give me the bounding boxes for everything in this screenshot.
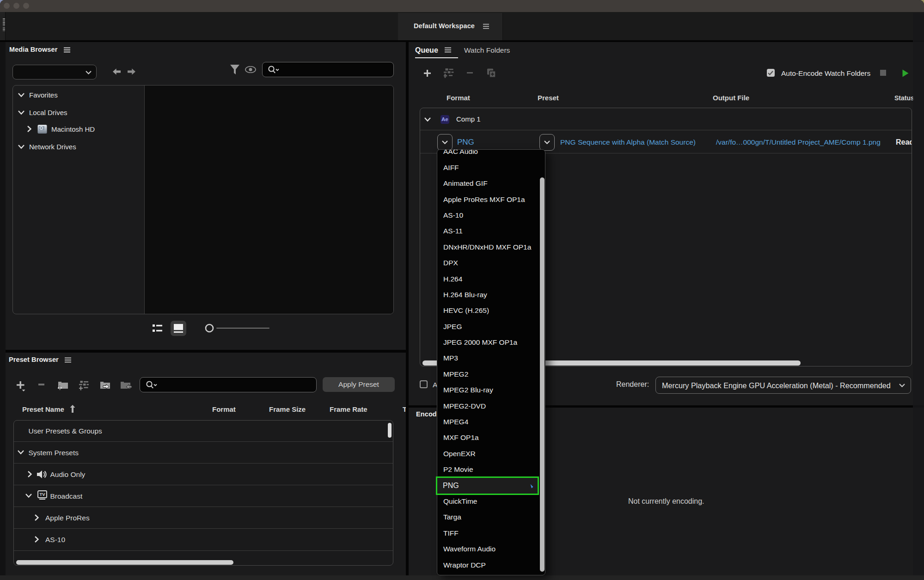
svg-text:TV: TV: [39, 492, 45, 497]
